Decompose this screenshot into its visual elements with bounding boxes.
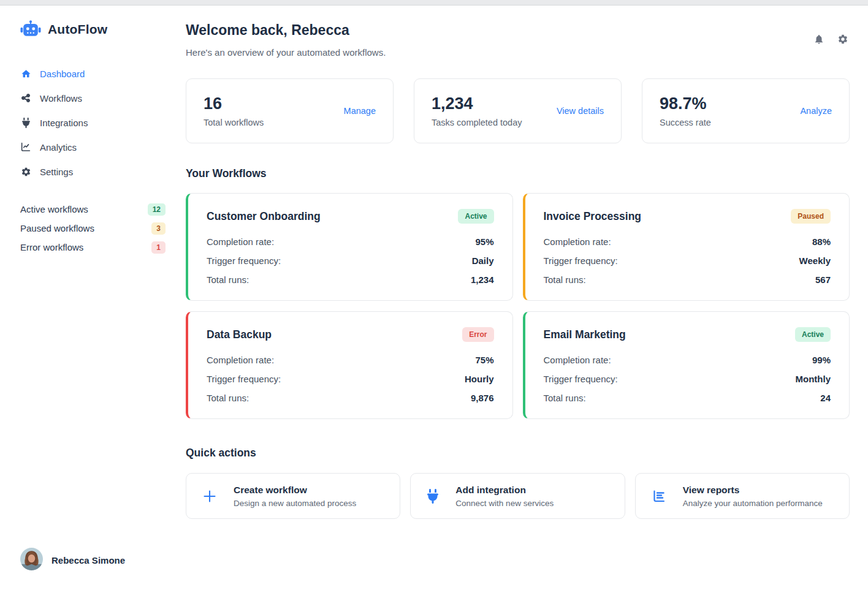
workflow-title: Customer Onboarding xyxy=(207,210,321,223)
count-label: Error workflows xyxy=(20,242,83,252)
metric-row: Completion rate: 88% xyxy=(544,236,831,247)
metric-value: Hourly xyxy=(465,374,494,384)
metric-row: Completion rate: 75% xyxy=(207,355,494,365)
sidebar-item-label: Workflows xyxy=(40,93,82,104)
user-name: Rebecca Simone xyxy=(51,555,125,565)
sidebar: AutoFlow Dashboard Workflows Integration… xyxy=(0,6,186,590)
metric-label: Trigger frequency: xyxy=(544,255,618,266)
metric-value: 1,234 xyxy=(471,274,494,285)
logo[interactable]: AutoFlow xyxy=(20,20,186,38)
action-title: Create workflow xyxy=(234,485,356,496)
sidebar-item-label: Integrations xyxy=(40,118,88,128)
workflow-grid: Customer Onboarding Active Completion ra… xyxy=(186,193,850,419)
plug-icon xyxy=(427,489,439,504)
metric-label: Total runs: xyxy=(207,393,249,403)
robot-icon xyxy=(20,20,41,38)
metric-label: Completion rate: xyxy=(207,355,274,365)
metric-row: Total runs: 1,234 xyxy=(207,274,494,285)
count-row-active[interactable]: Active workflows 12 xyxy=(20,200,166,219)
action-title: Add integration xyxy=(455,485,554,496)
metric-value: 95% xyxy=(475,236,493,247)
metric-label: Total runs: xyxy=(544,274,586,285)
metric-value: 567 xyxy=(815,274,831,285)
stat-label: Success rate xyxy=(660,118,711,127)
metric-row: Trigger frequency: Weekly xyxy=(544,255,831,266)
status-badge: Paused xyxy=(791,209,831,224)
count-badge-paused: 3 xyxy=(151,222,166,235)
count-badge-error: 1 xyxy=(151,241,166,254)
page-title: Welcome back, Rebecca xyxy=(186,22,850,39)
gear-icon[interactable] xyxy=(837,34,848,45)
sidebar-item-label: Dashboard xyxy=(40,69,85,79)
section-title-quick-actions: Quick actions xyxy=(186,447,850,460)
sidebar-item-integrations[interactable]: Integrations xyxy=(20,110,186,135)
sidebar-item-analytics[interactable]: Analytics xyxy=(20,135,186,159)
metric-row: Total runs: 24 xyxy=(544,393,831,403)
plus-icon xyxy=(202,489,217,504)
view-details-link[interactable]: View details xyxy=(557,106,604,116)
metric-value: 99% xyxy=(812,355,831,365)
metric-row: Trigger frequency: Monthly xyxy=(544,374,831,384)
sidebar-item-settings[interactable]: Settings xyxy=(20,159,186,184)
sidebar-nav: Dashboard Workflows Integrations Analyti… xyxy=(20,61,186,184)
stat-label: Total workflows xyxy=(204,118,264,127)
count-row-paused[interactable]: Paused workflows 3 xyxy=(20,219,166,238)
workflow-card-invoice-processing[interactable]: Invoice Processing Paused Completion rat… xyxy=(523,193,850,301)
avatar xyxy=(20,548,43,573)
gear-icon xyxy=(20,166,31,177)
bell-icon[interactable] xyxy=(813,34,824,45)
metric-value: Daily xyxy=(472,255,494,266)
metric-value: 88% xyxy=(812,236,831,247)
stat-card-success-rate: 98.7% Success rate Analyze xyxy=(642,78,850,143)
metric-label: Total runs: xyxy=(544,393,586,403)
action-subtitle: Connect with new services xyxy=(455,499,554,508)
plug-icon xyxy=(20,117,31,128)
workflow-card-data-backup[interactable]: Data Backup Error Completion rate: 75% T… xyxy=(186,311,513,419)
metric-label: Completion rate: xyxy=(544,355,611,365)
create-workflow-button[interactable]: Create workflow Design a new automated p… xyxy=(186,473,400,519)
stat-label: Tasks completed today xyxy=(432,118,522,127)
stat-value: 98.7% xyxy=(660,94,711,113)
browser-top-edge xyxy=(0,0,868,6)
metric-row: Completion rate: 99% xyxy=(544,355,831,365)
sidebar-item-label: Analytics xyxy=(40,142,77,153)
home-icon xyxy=(20,68,31,79)
metric-label: Trigger frequency: xyxy=(207,255,281,266)
workflow-title: Email Marketing xyxy=(544,328,626,341)
count-row-error[interactable]: Error workflows 1 xyxy=(20,238,166,257)
count-badge-active: 12 xyxy=(148,203,166,216)
metric-value: 9,876 xyxy=(471,393,494,403)
add-integration-button[interactable]: Add integration Connect with new service… xyxy=(410,473,625,519)
metric-label: Total runs: xyxy=(207,274,249,285)
metric-value: Monthly xyxy=(796,374,831,384)
workflow-card-email-marketing[interactable]: Email Marketing Active Completion rate: … xyxy=(523,311,850,419)
metric-label: Trigger frequency: xyxy=(207,374,281,384)
user-profile[interactable]: Rebecca Simone xyxy=(20,548,125,573)
page-subtitle: Here's an overview of your automated wor… xyxy=(186,47,850,58)
action-subtitle: Analyze your automation performance xyxy=(683,499,823,508)
stats-row: 16 Total workflows Manage 1,234 Tasks co… xyxy=(186,78,850,143)
workflow-card-customer-onboarding[interactable]: Customer Onboarding Active Completion ra… xyxy=(186,193,513,301)
count-label: Active workflows xyxy=(20,204,88,214)
stat-value: 16 xyxy=(204,94,264,113)
analytics-icon xyxy=(20,142,31,153)
section-title-workflows: Your Workflows xyxy=(186,167,850,180)
stat-card-total-workflows: 16 Total workflows Manage xyxy=(186,78,394,143)
action-title: View reports xyxy=(683,485,823,496)
sidebar-item-workflows[interactable]: Workflows xyxy=(20,86,186,110)
header-actions xyxy=(813,34,848,45)
metric-row: Trigger frequency: Daily xyxy=(207,255,494,266)
analyze-link[interactable]: Analyze xyxy=(800,106,832,116)
app-name: AutoFlow xyxy=(48,22,107,37)
workflow-title: Invoice Processing xyxy=(544,210,642,223)
status-badge: Error xyxy=(462,327,493,342)
sidebar-item-label: Settings xyxy=(40,167,73,177)
manage-link[interactable]: Manage xyxy=(344,106,376,116)
status-badge: Active xyxy=(458,209,493,224)
metric-row: Total runs: 9,876 xyxy=(207,393,494,403)
metric-row: Total runs: 567 xyxy=(544,274,831,285)
metric-label: Completion rate: xyxy=(207,236,274,247)
sidebar-item-dashboard[interactable]: Dashboard xyxy=(20,61,186,86)
metric-row: Trigger frequency: Hourly xyxy=(207,374,494,384)
view-reports-button[interactable]: View reports Analyze your automation per… xyxy=(635,473,850,519)
